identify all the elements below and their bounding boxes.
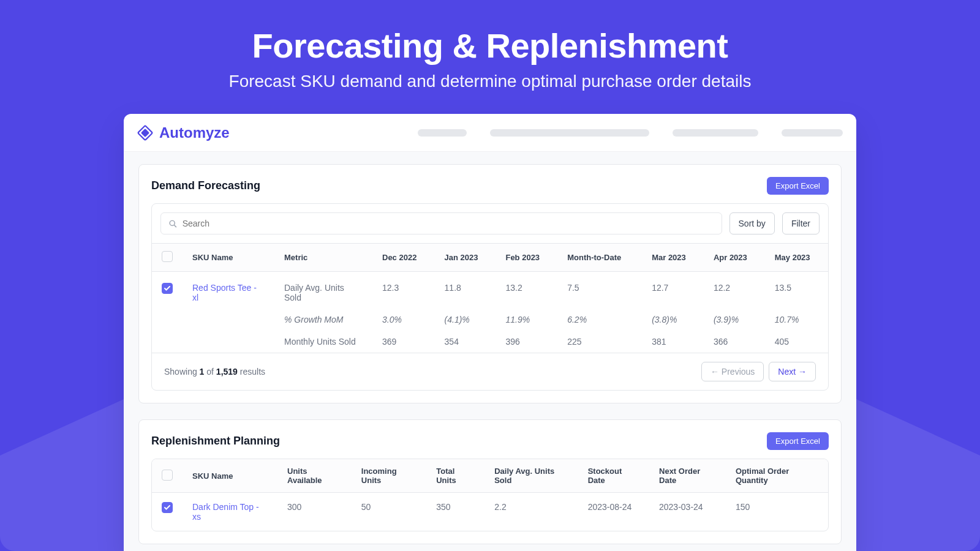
cell: 350 (426, 493, 484, 531)
filter-button[interactable]: Filter (782, 212, 820, 234)
metric-label: Monthly Units Sold (274, 331, 372, 353)
table-row: Monthly Units Sold 369 354 396 225 381 3… (152, 331, 828, 353)
nav-placeholder (490, 129, 649, 137)
col-incoming-units: Incoming Units (352, 459, 426, 493)
brand-name: Automyze (159, 124, 230, 141)
col-stockout-date: Stockout Date (578, 459, 649, 493)
hero-title: Forecasting & Replenishment (0, 26, 980, 66)
row-checkbox[interactable] (162, 283, 173, 294)
cell: 381 (642, 331, 704, 353)
replenishment-table: SKU Name Units Available Incoming Units … (152, 459, 828, 531)
cell: 11.8 (435, 272, 496, 309)
search-input[interactable] (183, 219, 714, 228)
search-field[interactable] (160, 212, 722, 234)
demand-forecasting-card: Demand Forecasting Export Excel Sort by … (138, 164, 842, 403)
cell: 2023-08-24 (578, 493, 649, 531)
table-row: Dark Denim Top - xs 300 50 350 2.2 2023-… (152, 493, 828, 531)
table-row: % Growth MoM 3.0% (4.1)% 11.9% 6.2% (3.8… (152, 309, 828, 331)
nav-placeholder (782, 129, 843, 137)
cell: 225 (557, 331, 642, 353)
col-metric: Metric (274, 244, 372, 272)
cell: 11.9% (496, 309, 557, 331)
col-mar-2023: Mar 2023 (642, 244, 704, 272)
col-dec-2022: Dec 2022 (372, 244, 435, 272)
metric-label: % Growth MoM (274, 309, 372, 331)
arrow-right-icon: → (798, 367, 807, 377)
app-window: Automyze Demand Forecasting Export Excel (124, 114, 856, 551)
col-feb-2023: Feb 2023 (496, 244, 557, 272)
select-all-checkbox[interactable] (162, 251, 173, 262)
col-sku-name: SKU Name (183, 244, 274, 272)
cell: 10.7% (765, 309, 828, 331)
brand: Automyze (137, 124, 230, 141)
next-button[interactable]: Next → (769, 362, 816, 381)
col-jan-2023: Jan 2023 (435, 244, 496, 272)
cell: 2.2 (484, 493, 578, 531)
cell: 12.2 (704, 272, 765, 309)
col-optimal-order-qty: Optimal Order Quantity (726, 459, 828, 493)
card-title: Demand Forecasting (151, 179, 260, 192)
cell: 13.5 (765, 272, 828, 309)
cell: 150 (726, 493, 828, 531)
cell: (4.1)% (435, 309, 496, 331)
sku-link[interactable]: Dark Denim Top - xs (192, 502, 259, 522)
col-apr-2023: Apr 2023 (704, 244, 765, 272)
cell: 369 (372, 331, 435, 353)
previous-button[interactable]: ← Previous (701, 362, 764, 381)
cell: 2023-03-24 (649, 493, 726, 531)
hero-subtitle: Forecast SKU demand and determine optima… (0, 72, 980, 91)
nav-placeholder (418, 129, 467, 137)
topbar: Automyze (124, 114, 856, 152)
col-daily-avg-sold: Daily Avg. Units Sold (484, 459, 578, 493)
cell: (3.8)% (642, 309, 704, 331)
cell: 50 (352, 493, 426, 531)
cell: 366 (704, 331, 765, 353)
search-icon (168, 219, 178, 228)
replenishment-planning-card: Replenishment Planning Export Excel SKU … (138, 419, 842, 544)
col-sku-name: SKU Name (183, 459, 277, 493)
card-title: Replenishment Planning (151, 435, 280, 448)
export-excel-button[interactable]: Export Excel (767, 432, 829, 450)
cell: 405 (765, 331, 828, 353)
cell: 3.0% (372, 309, 435, 331)
col-total-units: Total Units (426, 459, 484, 493)
sku-link[interactable]: Red Sports Tee - xl (192, 283, 257, 302)
cell: 12.3 (372, 272, 435, 309)
content: Demand Forecasting Export Excel Sort by … (124, 152, 856, 551)
hero: Forecasting & Replenishment Forecast SKU… (0, 0, 980, 91)
export-excel-button[interactable]: Export Excel (767, 177, 829, 195)
pagination: Showing 1 of 1,519 results ← Previous Ne… (152, 353, 828, 390)
cell: 300 (277, 493, 352, 531)
pagination-text: Showing 1 of 1,519 results (164, 367, 265, 377)
row-checkbox[interactable] (162, 502, 173, 513)
cell: (3.9)% (704, 309, 765, 331)
cell: 396 (496, 331, 557, 353)
metric-label: Daily Avg. Units Sold (274, 272, 372, 309)
cell: 12.7 (642, 272, 704, 309)
col-may-2023: May 2023 (765, 244, 828, 272)
col-month-to-date: Month-to-Date (557, 244, 642, 272)
forecast-panel: Sort by Filter SKU Name Metric Dec 2022 … (151, 203, 829, 391)
brand-logo-icon (137, 125, 153, 141)
col-units-available: Units Available (277, 459, 352, 493)
cell: 7.5 (557, 272, 642, 309)
select-all-checkbox[interactable] (162, 470, 173, 481)
svg-line-3 (175, 225, 176, 227)
table-row: Red Sports Tee - xl Daily Avg. Units Sol… (152, 272, 828, 309)
nav-placeholder (673, 129, 758, 137)
nav-placeholders (418, 129, 843, 137)
cell: 13.2 (496, 272, 557, 309)
forecast-table: SKU Name Metric Dec 2022 Jan 2023 Feb 20… (152, 243, 828, 353)
col-next-order-date: Next Order Date (649, 459, 726, 493)
sort-by-button[interactable]: Sort by (729, 212, 775, 234)
cell: 354 (435, 331, 496, 353)
cell: 6.2% (557, 309, 642, 331)
svg-rect-1 (141, 129, 149, 137)
arrow-left-icon: ← (710, 367, 719, 377)
